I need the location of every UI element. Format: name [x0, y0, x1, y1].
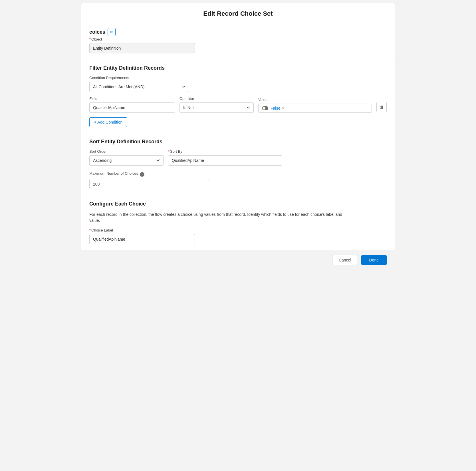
required-star: * [89, 37, 91, 41]
sort-by-input[interactable] [168, 155, 282, 166]
value-field[interactable]: False ✕ [258, 104, 372, 113]
field-col: Field [89, 96, 175, 113]
object-field-wrapper: *Object [89, 37, 387, 53]
modal-body: coices ✏ *Object Filter Entity Definitio… [81, 22, 395, 250]
filter-section: Filter Entity Definition Records Conditi… [81, 59, 395, 133]
toggle-icon [262, 106, 268, 110]
field-input[interactable] [89, 102, 175, 113]
value-col: Value False ✕ [258, 98, 372, 113]
modal-header: Edit Record Choice Set [81, 3, 395, 22]
sort-row: Sort Order Ascending Descending *Sort By [89, 149, 387, 166]
sort-section: Sort Entity Definition Records Sort Orde… [81, 133, 395, 195]
value-label: Value [258, 98, 372, 102]
sort-by-label: *Sort By [168, 149, 282, 154]
object-label: *Object [89, 37, 387, 41]
sort-section-title: Sort Entity Definition Records [89, 139, 387, 145]
delete-col: 🗑 [376, 102, 387, 112]
value-tag-remove[interactable]: ✕ [282, 106, 285, 110]
sort-order-select[interactable]: Ascending Descending [89, 155, 164, 166]
operator-col: Operator Equals Not Equal To Is Null Is … [179, 96, 254, 113]
sort-by-required-star: * [168, 149, 170, 154]
name-row: coices ✏ [89, 28, 387, 36]
choice-label-required-star: * [89, 228, 91, 232]
sort-order-label: Sort Order [89, 149, 164, 154]
record-name: coices [89, 29, 105, 35]
choice-label-label: *Choice Label [89, 228, 387, 232]
done-button[interactable]: Done [361, 255, 387, 265]
filter-section-title: Filter Entity Definition Records [89, 65, 387, 71]
configure-section: Configure Each Choice For each record in… [81, 195, 395, 250]
condition-req-label: Condition Requirements [89, 76, 387, 80]
modal-footer: Cancel Done [81, 250, 395, 270]
condition-requirements-select[interactable]: All Conditions Are Met (AND) Any Conditi… [89, 82, 189, 92]
delete-condition-button[interactable]: 🗑 [376, 102, 387, 112]
operator-select[interactable]: Equals Not Equal To Is Null Is Not Null [179, 102, 254, 113]
max-choices-row: Maximum Number of Choices i [89, 171, 387, 189]
choice-label-input[interactable] [89, 234, 195, 244]
add-condition-button[interactable]: + Add Condition [89, 117, 127, 127]
modal-title: Edit Record Choice Set [87, 10, 389, 17]
pencil-icon: ✏ [110, 30, 113, 34]
max-choices-label: Maximum Number of Choices [89, 171, 138, 176]
cancel-button[interactable]: Cancel [332, 255, 358, 265]
trash-icon: 🗑 [379, 104, 384, 110]
field-label: Field [89, 96, 175, 101]
name-object-section: coices ✏ *Object [81, 22, 395, 59]
sort-by-col: *Sort By [168, 149, 282, 166]
max-choices-input[interactable] [89, 179, 209, 189]
info-icon: i [140, 172, 144, 177]
value-tag: False ✕ [271, 106, 285, 110]
configure-title: Configure Each Choice [89, 201, 387, 207]
edit-name-button[interactable]: ✏ [108, 28, 116, 36]
configure-description: For each record in the collection, the f… [89, 212, 346, 224]
operator-label: Operator [179, 96, 254, 101]
filter-row: Field Operator Equals Not Equal To Is Nu… [89, 96, 387, 113]
sort-order-col: Sort Order Ascending Descending [89, 149, 164, 166]
object-input[interactable] [89, 43, 195, 53]
max-label-row: Maximum Number of Choices i [89, 171, 387, 177]
modal-container: Edit Record Choice Set coices ✏ *Object … [81, 3, 395, 270]
